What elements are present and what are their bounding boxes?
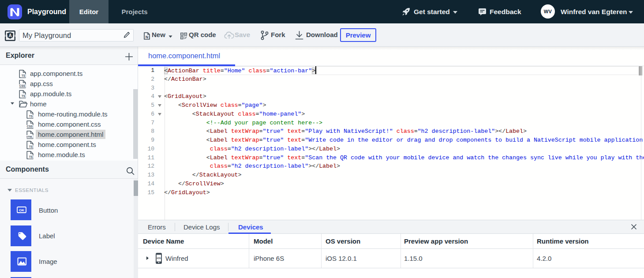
svg-text:OK: OK: [19, 208, 24, 212]
svg-text:TS: TS: [22, 94, 26, 98]
svg-text:TS: TS: [22, 74, 26, 77]
svg-text:TS: TS: [29, 115, 33, 118]
svg-text:TS: TS: [29, 155, 33, 158]
svg-text:A: A: [8, 33, 11, 38]
svg-text:N: N: [146, 35, 149, 39]
svg-text:CSS: CSS: [19, 84, 26, 87]
svg-text:HTML: HTML: [26, 135, 33, 138]
svg-text:iOS: iOS: [157, 257, 161, 259]
svg-text:TS: TS: [29, 145, 33, 148]
svg-text:CSS: CSS: [27, 125, 33, 128]
